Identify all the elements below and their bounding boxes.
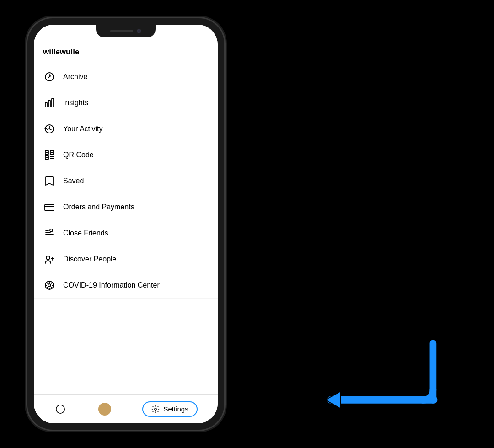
home-nav-icon[interactable] [54,403,67,416]
menu-overlay: willewulle Archive [34,25,218,423]
orders-icon [43,201,56,213]
covid-icon [43,279,56,292]
your-activity-label: Your Activity [63,125,103,133]
menu-item-discover-people[interactable]: Discover People [34,246,218,272]
close-friends-label: Close Friends [63,229,108,237]
orders-label: Orders and Payments [63,203,134,211]
menu-item-insights[interactable]: Insights [34,90,218,116]
archive-label: Archive [63,73,87,81]
menu-item-archive[interactable]: Archive [34,64,218,90]
menu-item-covid[interactable]: COVID-19 Information Center [34,272,218,299]
nav-avatar[interactable] [98,403,111,416]
saved-label: Saved [63,177,84,185]
saved-icon [43,175,56,187]
svg-rect-21 [50,158,52,159]
activity-icon [43,123,56,135]
svg-rect-23 [45,204,54,211]
phone-mockup: rd rs 0 Following Insights [27,18,224,430]
menu-item-orders-payments[interactable]: Orders and Payments [34,194,218,220]
bottom-nav: Settings [34,394,218,423]
phone-notch [96,25,156,37]
settings-button[interactable]: Settings [142,401,197,417]
close-friends-icon [43,227,56,240]
svg-line-41 [51,287,52,288]
svg-rect-9 [45,103,47,107]
insights-icon [43,96,56,109]
arrow-annotation [320,338,448,421]
svg-rect-16 [46,152,48,153]
svg-rect-18 [46,157,48,158]
svg-rect-17 [51,152,53,153]
svg-line-40 [47,283,48,283]
archive-icon [43,70,56,83]
camera [137,29,141,33]
menu-username: willewulle [43,48,79,57]
insights-label: Insights [63,99,88,107]
menu-item-your-activity[interactable]: Your Activity [34,116,218,142]
menu-list: Archive Insights [34,64,218,299]
svg-rect-19 [50,156,52,157]
svg-point-46 [155,408,157,410]
svg-point-31 [46,256,50,260]
discover-people-label: Discover People [63,255,117,263]
menu-item-close-friends[interactable]: Close Friends [34,220,218,246]
phone-screen: rd rs 0 Following Insights [34,25,218,423]
svg-line-43 [47,287,48,288]
speaker [110,30,133,32]
svg-marker-49 [325,391,341,409]
phone-shell: rd rs 0 Following Insights [27,18,224,430]
svg-rect-10 [48,101,50,107]
menu-item-qr-code[interactable]: QR Code [34,142,218,168]
qr-code-label: QR Code [63,151,94,159]
menu-item-saved[interactable]: Saved [34,168,218,194]
svg-point-35 [48,284,51,287]
svg-line-42 [51,283,52,283]
svg-rect-11 [52,99,54,107]
settings-label: Settings [163,405,188,413]
svg-rect-22 [52,158,54,159]
qr-icon [43,149,56,161]
gear-icon [151,405,160,413]
svg-rect-20 [52,156,54,157]
covid-label: COVID-19 Information Center [63,281,160,289]
discover-icon [43,253,56,266]
svg-point-29 [50,229,53,232]
svg-point-44 [56,405,64,413]
svg-point-45 [100,404,110,414]
